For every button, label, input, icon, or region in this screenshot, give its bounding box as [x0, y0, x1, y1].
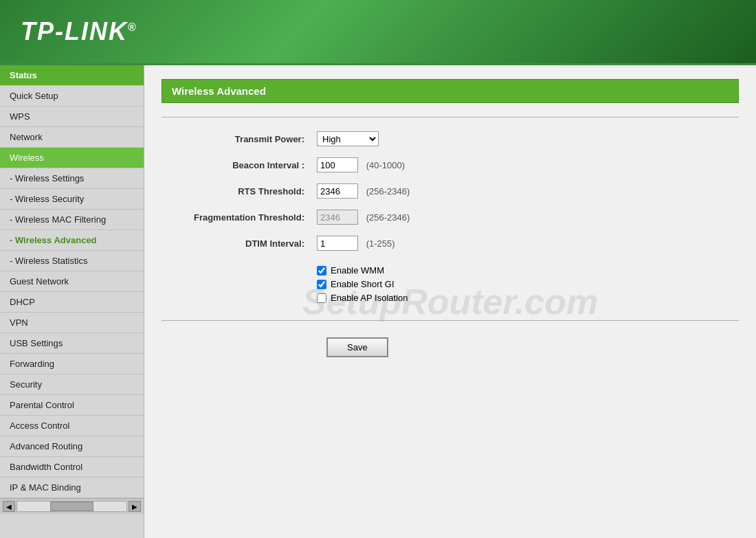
rts-threshold-label: RTS Threshold:: [162, 178, 313, 204]
rts-threshold-value-cell: (256-2346): [313, 178, 739, 204]
sidebar-item-bandwidth-control[interactable]: Bandwidth Control: [0, 457, 144, 478]
enable-wmm-row: Enable WMM: [317, 265, 735, 276]
sidebar-item-access-control[interactable]: Access Control: [0, 416, 144, 436]
enable-ap-isolation-label: Enable AP Isolation: [331, 293, 408, 303]
sidebar-scroll-bar[interactable]: ◀ ▶: [0, 498, 144, 514]
beacon-interval-input[interactable]: [317, 157, 358, 172]
content-area: SetupRouter.com Wireless Advanced Transm…: [144, 65, 756, 538]
sidebar-item-dhcp[interactable]: DHCP: [0, 292, 144, 313]
beacon-interval-hint: (40-1000): [366, 160, 405, 170]
enable-wmm-checkbox[interactable]: [317, 266, 326, 276]
sidebar-item-wireless[interactable]: Wireless: [0, 148, 144, 168]
sidebar-item-wps[interactable]: WPS: [0, 107, 144, 127]
checkboxes-cell: Enable WMM Enable Short GI Enable AP Iso…: [313, 256, 739, 312]
sidebar-item-wireless-statistics[interactable]: - Wireless Statistics: [0, 251, 144, 271]
sidebar-item-ip-mac-binding[interactable]: IP & MAC Binding: [0, 478, 144, 498]
fragmentation-input: [317, 210, 358, 225]
scroll-right-arrow[interactable]: ▶: [129, 501, 141, 512]
sidebar-item-status[interactable]: Status: [0, 65, 144, 86]
beacon-interval-label: Beacon Interval :: [162, 152, 313, 178]
dtim-interval-hint: (1-255): [366, 238, 395, 249]
enable-short-gi-row: Enable Short GI: [317, 279, 735, 289]
scroll-thumb: [50, 502, 94, 511]
sidebar-item-quick-setup[interactable]: Quick Setup: [0, 86, 144, 107]
sidebar-item-guest-network[interactable]: Guest Network: [0, 271, 144, 292]
sidebar-item-vpn[interactable]: VPN: [0, 313, 144, 333]
button-row: Save: [162, 330, 739, 357]
fragmentation-row: Fragmentation Threshold: (256-2346): [162, 204, 739, 230]
logo-reg: ®: [128, 21, 137, 33]
sidebar-item-usb-settings[interactable]: USB Settings: [0, 333, 144, 354]
sidebar-item-wireless-mac-filtering[interactable]: - Wireless MAC Filtering: [0, 210, 144, 230]
sidebar-item-forwarding[interactable]: Forwarding: [0, 354, 144, 374]
sidebar: StatusQuick SetupWPSNetworkWireless- Wir…: [0, 65, 144, 538]
transmit-power-value-cell: High Middle Low: [313, 126, 739, 152]
rts-threshold-input[interactable]: [317, 183, 358, 199]
rts-threshold-row: RTS Threshold: (256-2346): [162, 178, 739, 204]
checkboxes-row: Enable WMM Enable Short GI Enable AP Iso…: [162, 256, 739, 312]
sidebar-item-security[interactable]: Security: [0, 374, 144, 395]
sidebar-item-network[interactable]: Network: [0, 127, 144, 148]
sidebar-item-wireless-security[interactable]: - Wireless Security: [0, 189, 144, 210]
scroll-left-arrow[interactable]: ◀: [3, 501, 15, 512]
rts-threshold-hint: (256-2346): [366, 186, 410, 197]
enable-short-gi-checkbox[interactable]: [317, 280, 326, 289]
top-divider: [162, 117, 739, 117]
dtim-interval-row: DTIM Interval: (1-255): [162, 230, 739, 256]
beacon-interval-row: Beacon Interval : (40-1000): [162, 152, 739, 178]
transmit-power-row: Transmit Power: High Middle Low: [162, 126, 739, 152]
bottom-divider: [162, 320, 739, 321]
transmit-power-select[interactable]: High Middle Low: [317, 131, 379, 146]
page-title-bar: Wireless Advanced: [162, 79, 739, 103]
sidebar-item-parental-control[interactable]: Parental Control: [0, 395, 144, 416]
fragmentation-label: Fragmentation Threshold:: [162, 204, 313, 230]
main-container: StatusQuick SetupWPSNetworkWireless- Wir…: [0, 65, 756, 538]
logo: TP-LINK®: [21, 17, 137, 46]
transmit-power-label: Transmit Power:: [162, 126, 313, 152]
dtim-interval-label: DTIM Interval:: [162, 230, 313, 256]
scroll-track[interactable]: [16, 501, 127, 512]
dtim-interval-input[interactable]: [317, 236, 358, 251]
fragmentation-value-cell: (256-2346): [313, 204, 739, 230]
page-title: Wireless Advanced: [172, 85, 266, 97]
dtim-interval-value-cell: (1-255): [313, 230, 739, 256]
fragmentation-hint: (256-2346): [366, 212, 410, 223]
enable-ap-isolation-checkbox[interactable]: [317, 293, 326, 303]
form-table: Transmit Power: High Middle Low Beacon I…: [162, 126, 739, 312]
save-button[interactable]: Save: [326, 337, 388, 357]
header: TP-LINK®: [0, 0, 756, 65]
sidebar-item-wireless-advanced[interactable]: - Wireless Advanced: [0, 230, 144, 251]
sidebar-item-wireless-settings[interactable]: - Wireless Settings: [0, 168, 144, 189]
beacon-interval-value-cell: (40-1000): [313, 152, 739, 178]
sidebar-item-advanced-routing[interactable]: Advanced Routing: [0, 436, 144, 457]
enable-short-gi-label: Enable Short GI: [331, 279, 394, 289]
enable-ap-isolation-row: Enable AP Isolation: [317, 293, 735, 303]
enable-wmm-label: Enable WMM: [331, 265, 384, 276]
content-inner: Wireless Advanced Transmit Power: High M…: [162, 79, 739, 357]
